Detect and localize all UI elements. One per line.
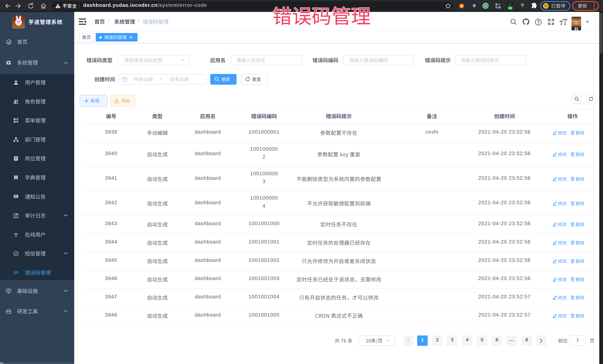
svg-text:on: on	[509, 7, 512, 10]
